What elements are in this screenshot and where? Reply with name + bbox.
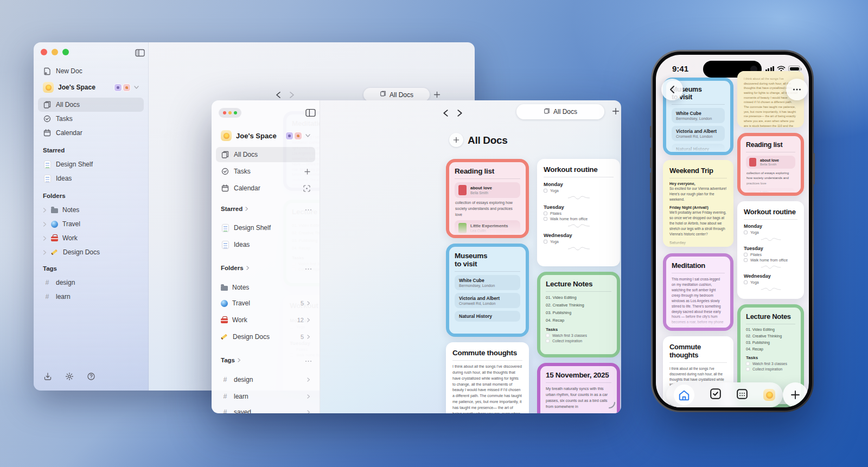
tab-calendar[interactable] [736,388,748,402]
sidebar-item-all-docs[interactable]: All Docs [38,98,144,112]
sidebar-item-tasks[interactable]: Tasks [38,112,144,126]
note-card-weekend-trip[interactable]: Weekend Trip Hey everyone, So excited fo… [663,160,733,247]
new-doc-item[interactable]: New Doc [38,64,144,78]
sidebar-folder-design-docs[interactable]: Design Docs [38,245,144,259]
checkbox[interactable] [746,362,750,366]
task-row[interactable]: Yoga [744,280,797,284]
focus-scan-button[interactable] [303,185,310,192]
task-row[interactable]: Watch first 3 classes [546,334,611,337]
open-tab[interactable]: All Docs [516,104,604,119]
sidebar-item-all-docs[interactable]: All Docs [216,147,315,162]
checkbox[interactable] [544,240,547,244]
workspace-switcher[interactable]: Joe's Space [38,80,144,94]
sidebar-item-ideas[interactable]: Ideas [216,238,315,252]
sidebar-folder-notes[interactable]: Notes [216,280,315,295]
forward-button[interactable] [455,108,464,118]
sidebar-folder-travel[interactable]: Travel [38,217,144,231]
note-card-museums[interactable]: Museumsto visit White CubeBermondsey, Lo… [446,244,529,337]
sidebar-folder-work[interactable]: Work 12 [216,313,315,327]
checkbox[interactable] [544,212,547,215]
volume-down-button[interactable] [650,172,652,193]
note-card-meditation[interactable]: Meditation This morning I sat cross-legg… [663,253,733,331]
close-button[interactable] [223,111,226,114]
task-row[interactable]: Collect inspiration [746,367,795,371]
sidebar-toggle-button[interactable] [305,108,316,118]
close-button[interactable] [41,49,47,55]
sidebar-tag-learn[interactable]: # learn [216,389,315,404]
note-card-reading-list[interactable]: Reading list about loveBella Smith colle… [737,133,804,196]
folders-section-header[interactable]: Folders [43,191,66,201]
starred-section-header[interactable]: Starred [43,145,65,155]
power-button[interactable] [813,153,815,184]
back-button[interactable] [273,90,283,100]
minimize-button[interactable] [52,49,58,55]
back-button[interactable] [441,108,450,118]
front-window[interactable]: All Docs All Docs Reading list [212,100,621,413]
sidebar-folder-travel[interactable]: Travel 5 [216,296,315,310]
museum-row[interactable]: White CubeBermondsey, London [455,275,520,290]
new-doc-button[interactable] [449,133,463,147]
forward-button[interactable] [287,90,297,100]
more-options-icon[interactable] [305,357,312,363]
zoom-button[interactable] [62,49,69,55]
sidebar-folder-work[interactable]: Work [38,231,144,245]
more-options-icon[interactable] [305,265,312,271]
sidebar-folder-notes[interactable]: Notes [38,203,144,217]
checkbox[interactable] [544,189,547,193]
sidebar-tag-design[interactable]: # design [38,276,144,290]
sidebar-tag-saved[interactable]: # saved [216,405,315,413]
zoom-button[interactable] [234,111,237,114]
new-tab-button[interactable] [432,89,442,99]
sidebar-folder-design-docs[interactable]: Design Docs 5 [216,330,315,344]
task-row[interactable]: Yoga [544,240,614,244]
note-card-lecture-notes[interactable]: Lecture Notes 01. Video Editing 02. Crea… [537,272,620,357]
back-button[interactable] [661,79,683,100]
note-card-reading-list[interactable]: Reading list about loveBella Smith colle… [446,159,529,238]
new-doc-button[interactable] [783,382,808,407]
sidebar-toggle-button[interactable] [135,48,145,57]
note-card-commute[interactable]: Commute thoughts I think about all the s… [446,342,529,413]
mute-switch[interactable] [650,126,652,138]
note-card-workout[interactable]: Workout routine Monday Yoga Tuesday Pila… [737,201,804,299]
checkbox[interactable] [544,217,547,221]
task-row[interactable]: Pilates [544,212,614,215]
volume-up-button[interactable] [650,148,652,168]
starred-section-header[interactable]: Starred [221,204,312,214]
resize-handle[interactable] [608,401,616,409]
open-tab[interactable]: All Docs [363,88,430,101]
task-row[interactable]: Pilates [744,253,797,257]
minimize-button[interactable] [228,111,232,114]
sidebar-tag-learn[interactable]: # learn [38,290,144,304]
sidebar-item-calendar[interactable]: Calendar [216,181,315,195]
workspace-switcher[interactable]: Joe's Space [216,129,315,143]
task-row[interactable]: Yoga [544,189,614,193]
tags-section-header[interactable]: Tags [43,264,57,273]
museum-row[interactable]: Victoria and AlbertCromwell Rd, London [455,293,520,308]
folders-section-header[interactable]: Folders [221,263,312,273]
sidebar-tag-design[interactable]: # design [216,373,315,387]
checkbox[interactable] [744,253,748,257]
more-options-button[interactable] [786,79,808,100]
book-row[interactable]: about loveBella Smith [746,156,795,169]
tags-section-header[interactable]: Tags [221,355,312,365]
sidebar-item-design-shelf[interactable]: Design Shelf [216,221,315,235]
more-options-icon[interactable] [305,206,312,212]
checkbox[interactable] [746,367,750,371]
new-tab-button[interactable] [611,106,621,116]
museum-row[interactable]: Natural History [455,311,520,322]
tab-home[interactable] [674,385,694,405]
sidebar-item-ideas[interactable]: Ideas [38,171,144,185]
tab-tasks[interactable] [710,388,722,402]
task-row[interactable]: Yoga [744,231,797,234]
sidebar-item-design-shelf[interactable]: Design Shelf [38,157,144,171]
checkbox[interactable] [546,334,550,337]
book-row[interactable]: about loveBella Smith [455,182,520,198]
settings-gear-icon[interactable] [65,372,74,383]
task-row[interactable]: Walk home from office [744,258,797,262]
note-card-workout[interactable]: Workout routine Monday Yoga Tuesday Pila… [537,159,620,266]
sidebar-item-calendar[interactable]: Calendar [38,126,144,140]
checkbox[interactable] [744,231,748,234]
tab-workspace[interactable] [763,389,775,401]
import-icon[interactable] [43,372,52,383]
help-icon[interactable] [87,372,95,383]
